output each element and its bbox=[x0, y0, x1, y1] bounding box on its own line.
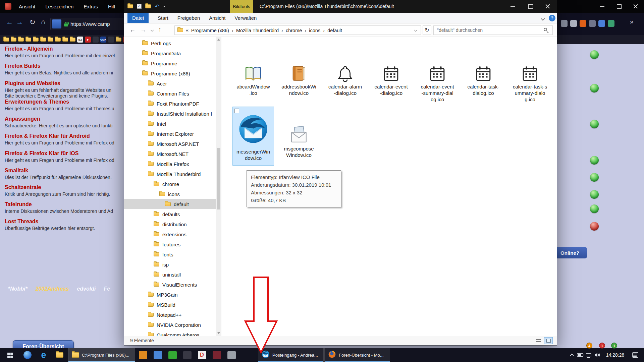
tree-item-intel[interactable]: Intel bbox=[124, 119, 217, 129]
scrollbar-thumb[interactable] bbox=[217, 148, 220, 209]
file-messengerwindow-ico[interactable]: messengerWindow.ico bbox=[232, 107, 274, 166]
tree-item-fonts[interactable]: fonts bbox=[124, 249, 217, 259]
forward-icon[interactable]: → bbox=[16, 18, 23, 25]
taskbar-clock[interactable]: 14:28:28 bbox=[601, 352, 629, 358]
file-calendar-alarm-dialog-ico[interactable]: calendar-alarm-dialog.ico bbox=[324, 61, 366, 96]
bookmark-folder-icon[interactable] bbox=[3, 38, 9, 42]
back-icon[interactable]: ← bbox=[6, 18, 13, 25]
taskbar-task-thunderbird[interactable]: Posteingang - Andrea... bbox=[258, 348, 324, 362]
tree-item-common-files[interactable]: Common Files bbox=[124, 88, 217, 99]
browser-address-bar[interactable]: https://www.camp bbox=[50, 18, 128, 30]
search-box[interactable] bbox=[433, 25, 553, 35]
file-addressbookwindow-ico[interactable]: addressbookWindow.ico bbox=[278, 61, 320, 96]
toolbar-ext-icon[interactable] bbox=[580, 20, 586, 27]
bookmark-folder-icon[interactable] bbox=[48, 38, 53, 42]
tree-item-mozilla-firefox[interactable]: Mozilla Firefox bbox=[124, 159, 217, 169]
taskbar-task-firefox[interactable]: Foren-Übersicht - Mo... bbox=[324, 348, 390, 362]
tree-item-installshield-installation-i[interactable]: InstallShield Installation I bbox=[124, 109, 217, 119]
taskbar-app-button[interactable]: D bbox=[195, 348, 209, 362]
tree-item-defaults[interactable]: defaults bbox=[124, 209, 217, 219]
breadcrumb-item-icons[interactable]: icons bbox=[309, 28, 320, 33]
taskbar-task-folder[interactable]: C:\Program Files (x86)... bbox=[68, 348, 135, 362]
thumbnail-view-icon[interactable] bbox=[544, 337, 553, 344]
tree-item-notepad[interactable]: Notepad++ bbox=[124, 310, 217, 320]
bookmark-folder-icon[interactable] bbox=[33, 38, 39, 42]
scroll-down-icon[interactable] bbox=[217, 332, 220, 334]
battery-icon[interactable] bbox=[576, 348, 584, 362]
bookmark-folder-icon[interactable] bbox=[18, 38, 24, 42]
item-checkbox[interactable] bbox=[234, 109, 239, 113]
ribbon-tab-datei[interactable]: Datei bbox=[127, 13, 149, 23]
help-icon[interactable]: ? bbox=[549, 15, 555, 21]
tree-item-isp[interactable]: isp bbox=[124, 259, 217, 269]
search-input[interactable] bbox=[434, 26, 552, 35]
menu-item-hilf[interactable]: Hilf bbox=[108, 4, 115, 9]
tree-item-nvidia-corporation[interactable]: NVIDIA Corporation bbox=[124, 320, 217, 330]
toolbar-ext-icon[interactable] bbox=[608, 20, 614, 27]
tree-item-microsoft-asp-net[interactable]: Microsoft ASP.NET bbox=[124, 139, 217, 149]
bookmark-icon[interactable]: BZ bbox=[77, 37, 83, 43]
qat-dropdown-icon[interactable] bbox=[163, 6, 166, 7]
ribbon-tab-start[interactable]: Start bbox=[158, 13, 168, 23]
taskbar-app-button[interactable] bbox=[224, 348, 239, 362]
folder-icon[interactable] bbox=[127, 4, 133, 8]
minimize-icon[interactable] bbox=[504, 0, 522, 13]
tree-item-features[interactable]: features bbox=[124, 239, 217, 249]
minimize-icon[interactable] bbox=[594, 0, 610, 13]
edge-launcher[interactable]: e bbox=[36, 348, 52, 362]
tree-item-distribution[interactable]: distribution bbox=[124, 219, 217, 229]
forward-icon[interactable]: → bbox=[140, 26, 146, 34]
home-icon[interactable]: ⌂ bbox=[41, 18, 45, 25]
bookmark-folder-icon[interactable] bbox=[40, 38, 46, 42]
reload-icon[interactable]: ↻ bbox=[30, 18, 36, 25]
breadcrumb-item-mozilla-thunderbird[interactable]: Mozilla Thunderbird bbox=[236, 28, 279, 33]
tray-expand-chevron-icon[interactable] bbox=[568, 348, 576, 362]
tree-item-acer[interactable]: Acer bbox=[124, 78, 217, 88]
breadcrumb-item-chrome[interactable]: chrome bbox=[286, 28, 302, 33]
details-view-icon[interactable] bbox=[534, 337, 543, 344]
tree-item-default[interactable]: default bbox=[124, 199, 217, 209]
breadcrumb[interactable]: « Programme (x86)›Mozilla Thunderbird›ch… bbox=[174, 25, 421, 35]
toolbar-ext-icon[interactable] bbox=[598, 20, 605, 27]
tree-item-foxit-phantompdf[interactable]: Foxit PhantomPDF bbox=[124, 99, 217, 109]
picture-tools-tab[interactable]: Bildtools bbox=[230, 0, 253, 13]
new-folder-icon[interactable] bbox=[145, 4, 151, 8]
bookmark-folder-icon[interactable] bbox=[55, 38, 61, 42]
bookmark-icon[interactable]: ▶ bbox=[85, 37, 91, 43]
undo-icon[interactable]: ↶ bbox=[155, 4, 159, 9]
bookmark-icon[interactable] bbox=[108, 37, 114, 43]
taskbar-app-button[interactable] bbox=[150, 348, 165, 362]
recent-locations-icon[interactable] bbox=[151, 28, 154, 32]
ribbon-tab-freigeben[interactable]: Freigeben bbox=[177, 13, 200, 23]
file-calendar-event-dialog-ico[interactable]: calendar-event-dialog.ico bbox=[370, 61, 412, 96]
restore-icon[interactable] bbox=[610, 0, 627, 13]
bookmark-folder-icon[interactable] bbox=[11, 38, 16, 42]
tree-item-extensions[interactable]: extensions bbox=[124, 229, 217, 239]
file-msgcomposewindow-ico[interactable]: msgcomposeWindow.ico bbox=[278, 107, 320, 158]
menu-item-extras[interactable]: Extras bbox=[84, 4, 98, 9]
menu-item-ansicht[interactable]: Ansicht bbox=[19, 4, 35, 9]
tree-item-programme-x86[interactable]: Programme (x86) bbox=[124, 68, 217, 78]
up-icon[interactable]: ↑ bbox=[158, 26, 161, 33]
refresh-icon[interactable]: ↻ bbox=[423, 25, 431, 35]
tree-item-internet-explorer[interactable]: Internet Explorer bbox=[124, 129, 217, 139]
close-icon[interactable] bbox=[539, 0, 557, 13]
speaker-icon[interactable] bbox=[593, 348, 601, 362]
scroll-up-icon[interactable] bbox=[217, 39, 220, 41]
toolbar-ext-icon[interactable] bbox=[570, 20, 577, 27]
search-icon[interactable] bbox=[544, 28, 547, 31]
menu-item-lesezeichen[interactable]: Lesezeichen bbox=[45, 4, 73, 9]
toolbar-ext-icon[interactable] bbox=[561, 20, 568, 27]
tree-item-chrome[interactable]: chrome bbox=[124, 179, 217, 189]
breadcrumb-item-default[interactable]: default bbox=[327, 28, 342, 33]
taskbar-app-button[interactable] bbox=[165, 348, 180, 362]
bookmark-icon[interactable]: GMX bbox=[100, 37, 106, 43]
tree-item-microsoft-net[interactable]: Microsoft.NET bbox=[124, 149, 217, 159]
tree-scrollbar[interactable] bbox=[216, 37, 221, 336]
ribbon-tab-ansicht[interactable]: Ansicht bbox=[209, 13, 225, 23]
taskbar-app-button[interactable] bbox=[209, 348, 224, 362]
file-abcardwindow-ico[interactable]: abcardWindow.ico bbox=[232, 61, 274, 96]
tree-item-mp3gain[interactable]: MP3Gain bbox=[124, 290, 217, 300]
overflow-chevron-icon[interactable]: » bbox=[630, 18, 634, 25]
url-text[interactable]: https://www.camp bbox=[70, 21, 110, 27]
